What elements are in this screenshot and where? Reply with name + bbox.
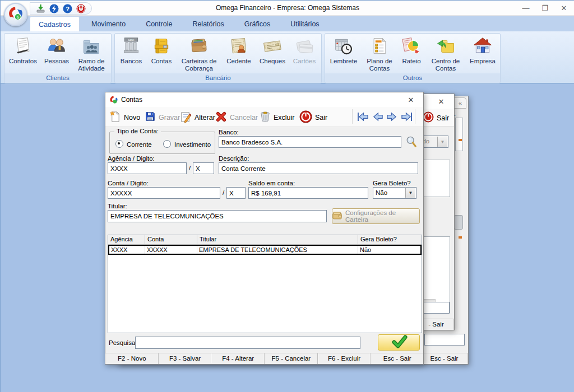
column-header[interactable]: Agência [108, 235, 145, 244]
chevron-down-icon[interactable]: ▼ [405, 188, 415, 198]
ribbon-item-pessoas[interactable]: Pessoas [40, 35, 73, 72]
column-header[interactable]: Conta [145, 235, 197, 244]
tab-graficos[interactable]: Gráficos [236, 16, 279, 32]
configuracoes-carteira-button: Configurações de Carteira [332, 208, 420, 224]
tab-controle[interactable]: Controle [137, 16, 180, 32]
svg-text:?: ? [66, 5, 70, 12]
radio-investimento-circle[interactable] [163, 140, 171, 148]
exit-icon [299, 110, 312, 125]
quick-access-toolbar: ? [30, 2, 92, 15]
ribbon-item-bancos[interactable]: BANK Bancos [116, 35, 146, 72]
ribbon-item-centro-de-contas[interactable]: Centro de Contas [425, 35, 466, 72]
banco-input[interactable] [219, 136, 401, 148]
cancel-icon [215, 111, 227, 124]
contas-close-icon[interactable]: ✕ [399, 92, 423, 107]
nav-next-icon[interactable] [386, 111, 399, 124]
ribbon-item-empresa[interactable]: Empresa [466, 35, 499, 72]
gera-boleto-label: Gera Boleto? [373, 180, 411, 186]
contas-table[interactable]: Agência Conta Titular Gera Boleto? XXXX … [108, 235, 422, 333]
titular-input[interactable] [108, 210, 327, 222]
background-back-marker-2 [459, 236, 462, 239]
shutdown-icon[interactable] [76, 4, 86, 13]
statusbar-f4-alterar[interactable]: F4 - Alterar [211, 353, 265, 364]
radio-corrente[interactable]: Corrente [115, 139, 152, 149]
reminder-icon [332, 36, 355, 57]
install-icon[interactable] [36, 4, 45, 13]
nav-last-icon[interactable] [400, 111, 413, 124]
minimize-button[interactable]: — [516, 1, 535, 16]
statusbar-f2-novo[interactable]: F2 - Novo [105, 353, 159, 364]
restore-button[interactable]: ❐ [535, 1, 554, 16]
sair-button[interactable]: Sair [299, 110, 327, 125]
app-menu-button[interactable]: $ [4, 3, 27, 26]
ribbon-item-contratos[interactable]: Contratos [6, 35, 40, 72]
radio-investimento[interactable]: Investimento [163, 139, 211, 149]
ribbon-item-ramo-de-atividade[interactable]: Ramo de Atividade [73, 35, 110, 72]
column-header[interactable]: Titular [197, 235, 358, 244]
application-window: Omega Financeiro - Empresa: Omega Sistem… [0, 0, 574, 392]
statusbar-f5-cancelar[interactable]: F5 - Cancelar [265, 353, 318, 364]
ribbon: Contratos Pessoas Ramo de Atividade Clie… [1, 31, 574, 84]
ribbon-item-contas[interactable]: Contas [146, 35, 177, 72]
edit-icon [180, 111, 192, 124]
ribbon-group-label-outros: Outros [325, 73, 500, 83]
new-icon [109, 111, 121, 124]
confirm-search-button[interactable] [378, 334, 420, 351]
tab-utilitarios[interactable]: Utilitários [282, 16, 327, 32]
column-header[interactable]: Gera Boleto? [358, 235, 420, 244]
contas-dialog-title: Contas [121, 92, 142, 107]
tab-cadastros[interactable]: Cadastros [30, 16, 80, 32]
pesquisa-input[interactable] [135, 337, 360, 349]
nav-first-icon[interactable] [357, 111, 369, 124]
background-middle-sair-button[interactable]: Sair [423, 111, 449, 124]
activity-folder-icon [80, 36, 103, 57]
gera-boleto-select[interactable]: Não ▼ [373, 187, 416, 199]
statusbar-esc-sair[interactable]: Esc - Sair [371, 353, 423, 364]
background-middle-close-icon[interactable]: ✕ [433, 94, 450, 109]
ribbon-item-cheques[interactable]: Cheques [256, 35, 289, 72]
ribbon-group-label-bancario: Bancário [115, 73, 321, 83]
descricao-input[interactable] [219, 162, 418, 174]
wallet-small-icon [332, 212, 342, 221]
tab-movimento[interactable]: Movimento [83, 16, 134, 32]
pie-chart-doc-icon [400, 36, 423, 57]
ribbon-item-lembrete[interactable]: Lembrete [326, 35, 361, 72]
cancelar-button: Cancelar [215, 111, 258, 124]
search-bank-icon[interactable] [406, 136, 417, 150]
ribbon-group-outros: Lembrete Plano de Contas Rateio Centro d… [325, 33, 501, 83]
ribbon-item-rateio[interactable]: Rateio [398, 35, 425, 72]
conta-separator: / [223, 189, 224, 196]
novo-button[interactable]: Novo [109, 111, 140, 124]
ribbon-group-clientes: Contratos Pessoas Ramo de Atividade Clie… [4, 33, 112, 83]
agencia-input[interactable] [108, 162, 187, 174]
radio-corrente-circle[interactable] [115, 140, 123, 148]
ribbon-item-cedente[interactable]: Cedente [221, 35, 256, 72]
background-back-button-fragment: « [454, 97, 466, 109]
tab-relatorios[interactable]: Relatórios [184, 16, 232, 32]
close-button[interactable]: ✕ [554, 1, 573, 16]
background-back-input-fragment [424, 334, 465, 346]
delete-icon [260, 111, 271, 124]
agencia-digit-input[interactable] [193, 162, 214, 174]
background-back-marker [459, 139, 462, 141]
contas-statusbar: F2 - Novo F3 - Salvar F4 - Alterar F5 - … [105, 353, 423, 364]
statusbar-f6-excluir[interactable]: F6 - Excluir [318, 353, 371, 364]
help-icon[interactable]: ? [63, 4, 72, 13]
chart-of-accounts-icon [368, 36, 391, 57]
alterar-button[interactable]: Alterar [180, 111, 215, 124]
table-row-selected[interactable]: XXXX XXXXX EMPRESA DE TELECOMUNICAÇÕES N… [108, 245, 422, 255]
saldo-input[interactable] [248, 187, 368, 199]
background-back-panel-fragment [455, 118, 463, 151]
conta-digit-input[interactable] [226, 187, 246, 199]
conta-input[interactable] [108, 187, 220, 199]
contas-table-header: Agência Conta Titular Gera Boleto? [108, 235, 422, 245]
nav-prev-icon[interactable] [371, 111, 384, 124]
excluir-button[interactable]: Excluir [260, 111, 295, 124]
agencia-label: Agência / Digito: [108, 155, 155, 162]
ribbon-item-carteiras-de-cobranca[interactable]: Carteiras de Cobrança [177, 35, 221, 72]
sync-icon[interactable] [49, 4, 59, 13]
cheque-icon [261, 36, 284, 57]
ribbon-item-plano-de-contas[interactable]: Plano de Contas [361, 35, 398, 72]
statusbar-f3-salvar[interactable]: F3 - Salvar [159, 353, 212, 364]
bank-icon: BANK [120, 36, 142, 57]
